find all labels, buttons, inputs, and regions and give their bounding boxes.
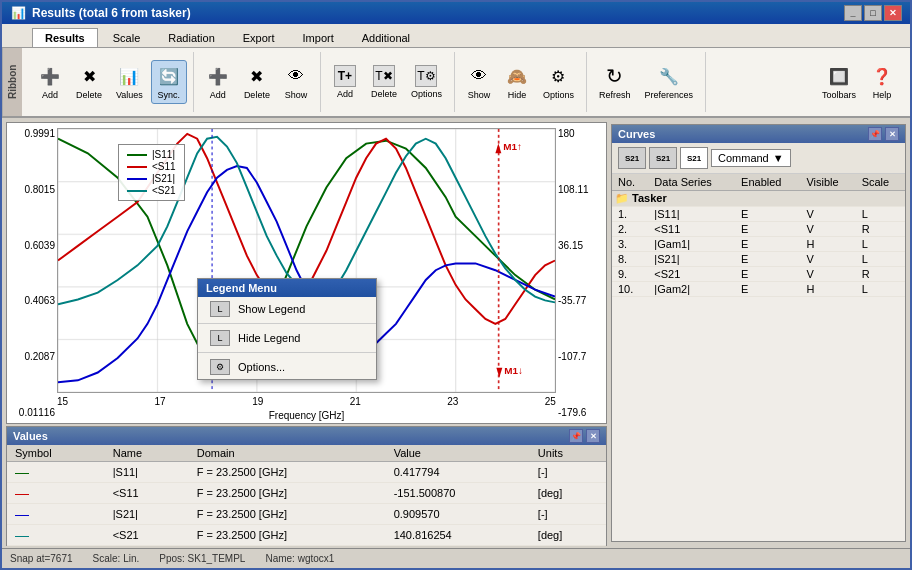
options-marker-button[interactable]: ⚙ Options xyxy=(537,60,580,104)
curve-scale-4: R xyxy=(856,267,905,282)
command-dropdown[interactable]: Command ▼ xyxy=(711,149,791,167)
options-text-button[interactable]: T⚙ Options xyxy=(405,61,448,103)
legend-line-s21 xyxy=(127,178,147,180)
values-col-domain: Domain xyxy=(189,445,386,462)
tab-radiation[interactable]: Radiation xyxy=(155,28,227,47)
hide-legend-item[interactable]: L Hide Legend xyxy=(198,326,376,350)
curve-series-2: |Gam1| xyxy=(648,237,735,252)
values-symbol-1: — xyxy=(7,483,105,504)
values-panel-close[interactable]: ✕ xyxy=(586,429,600,443)
options-legend-item[interactable]: ⚙ Options... xyxy=(198,355,376,379)
hide-marker-button[interactable]: 🙈 Hide xyxy=(499,60,535,104)
tab-additional[interactable]: Additional xyxy=(349,28,423,47)
help-button[interactable]: ❓ Help xyxy=(864,60,900,104)
minimize-button[interactable]: _ xyxy=(844,5,862,21)
curve-no-3: 8. xyxy=(612,252,648,267)
ribbon-section-text: T+ Add T✖ Delete T⚙ Options xyxy=(321,52,455,112)
delete-icon: ✖ xyxy=(77,64,101,88)
text-buttons: T+ Add T✖ Delete T⚙ Options xyxy=(327,61,448,103)
chart-wrapper[interactable]: 0.9991 0.8015 0.6039 0.4063 0.2087 0.011… xyxy=(6,122,607,424)
options-legend-icon: ⚙ xyxy=(210,359,230,375)
curves-col-series: Data Series xyxy=(648,174,735,191)
curves-row-1[interactable]: 2. <S11 E V R xyxy=(612,222,905,237)
delete-scale-button[interactable]: ✖ Delete xyxy=(238,60,276,104)
curve-series-0: |S11| xyxy=(648,207,735,222)
preferences-button[interactable]: 🔧 Preferences xyxy=(638,60,699,104)
values-value-3: 140.816254 xyxy=(386,525,530,546)
tab-import[interactable]: Import xyxy=(290,28,347,47)
status-bar: Snap at=7671 Scale: Lin. Ppos: SK1_TEMPL… xyxy=(2,548,910,568)
curves-row-5[interactable]: 10. |Gam2| E H L xyxy=(612,282,905,297)
y-left-3: 0.4063 xyxy=(9,295,55,306)
curves-panel: Curves 📌 ✕ S21 S21 S21 Command ▼ xyxy=(611,124,906,542)
ribbon-section-results: ➕ Add ✖ Delete 📊 Values 🔄 Sync. xyxy=(26,52,194,112)
curve-tab-2[interactable]: S21 xyxy=(649,147,677,169)
sync-button[interactable]: 🔄 Sync. xyxy=(151,60,187,104)
y-left-2: 0.6039 xyxy=(9,240,55,251)
add-result-button[interactable]: ➕ Add xyxy=(32,60,68,104)
curve-visible-4: V xyxy=(800,267,855,282)
options-marker-icon: ⚙ xyxy=(546,64,570,88)
title-bar-buttons: _ □ ✕ xyxy=(844,5,902,21)
ribbon-area: Ribbon ➕ Add ✖ Delete 📊 Values xyxy=(2,48,910,118)
values-row-2: — |S21| F = 23.2500 [GHz] 0.909570 [-] xyxy=(7,504,606,525)
curve-tab-1[interactable]: S21 xyxy=(618,147,646,169)
show-scale-button[interactable]: 👁 Show xyxy=(278,60,314,104)
toolbars-button[interactable]: 🔲 Toolbars xyxy=(816,60,862,104)
values-button[interactable]: 📊 Values xyxy=(110,60,149,104)
show-legend-item[interactable]: L Show Legend xyxy=(198,297,376,321)
legend-line-s11-phase xyxy=(127,166,147,168)
y-right-3: -35.77 xyxy=(558,295,604,306)
values-panel-title: Values 📌 ✕ xyxy=(7,427,606,445)
x-axis-label: Frequency [GHz] xyxy=(269,410,345,421)
delete-result-button[interactable]: ✖ Delete xyxy=(70,60,108,104)
close-button[interactable]: ✕ xyxy=(884,5,902,21)
curves-col-scale: Scale xyxy=(856,174,905,191)
values-name-1: <S11 xyxy=(105,483,189,504)
add-text-icon: T+ xyxy=(334,65,356,87)
legend-label-s21: |S21| xyxy=(152,173,175,184)
curve-visible-0: V xyxy=(800,207,855,222)
show-marker-icon: 👁 xyxy=(467,64,491,88)
help-icon: ❓ xyxy=(870,64,894,88)
curve-enabled-4: E xyxy=(735,267,800,282)
values-icon: 📊 xyxy=(117,64,141,88)
curve-enabled-1: E xyxy=(735,222,800,237)
values-row-3: — <S21 F = 23.2500 [GHz] 140.816254 [deg… xyxy=(7,525,606,546)
values-value-1: -151.500870 xyxy=(386,483,530,504)
maximize-button[interactable]: □ xyxy=(864,5,882,21)
curves-panel-close[interactable]: ✕ xyxy=(885,127,899,141)
delete-text-button[interactable]: T✖ Delete xyxy=(365,61,403,103)
y-right-0: 180 xyxy=(558,128,604,139)
tab-export[interactable]: Export xyxy=(230,28,288,47)
values-value-0: 0.417794 xyxy=(386,462,530,483)
window-title: Results (total 6 from tasker) xyxy=(32,6,844,20)
values-panel-pin[interactable]: 📌 xyxy=(569,429,583,443)
refresh-button[interactable]: ↻ Refresh xyxy=(593,60,637,104)
add-scale-button[interactable]: ➕ Add xyxy=(200,60,236,104)
curves-row-3[interactable]: 8. |S21| E V L xyxy=(612,252,905,267)
curves-table: No. Data Series Enabled Visible Scale 📁 xyxy=(612,174,905,541)
curve-tab-3[interactable]: S21 xyxy=(680,147,708,169)
app-icon: 📊 xyxy=(10,5,26,21)
group-label: Tasker xyxy=(632,192,667,204)
tab-results[interactable]: Results xyxy=(32,28,98,47)
curves-row-2[interactable]: 3. |Gam1| E H L xyxy=(612,237,905,252)
tab-scale[interactable]: Scale xyxy=(100,28,154,47)
options-legend-label: Options... xyxy=(238,361,285,373)
add-text-button[interactable]: T+ Add xyxy=(327,61,363,103)
curves-panel-pin[interactable]: 📌 xyxy=(868,127,882,141)
curve-no-2: 3. xyxy=(612,237,648,252)
middle-area: 0.9991 0.8015 0.6039 0.4063 0.2087 0.011… xyxy=(2,118,910,548)
y-left-1: 0.8015 xyxy=(9,184,55,195)
values-name-3: <S21 xyxy=(105,525,189,546)
hide-marker-icon: 🙈 xyxy=(505,64,529,88)
curve-no-5: 10. xyxy=(612,282,648,297)
values-name-0: |S11| xyxy=(105,462,189,483)
curves-col-enabled: Enabled xyxy=(735,174,800,191)
curves-row-4[interactable]: 9. <S21 E V R xyxy=(612,267,905,282)
legend-item-2: |S21| xyxy=(127,173,176,184)
values-domain-1: F = 23.2500 [GHz] xyxy=(189,483,386,504)
show-marker-button[interactable]: 👁 Show xyxy=(461,60,497,104)
curves-row-0[interactable]: 1. |S11| E V L xyxy=(612,207,905,222)
